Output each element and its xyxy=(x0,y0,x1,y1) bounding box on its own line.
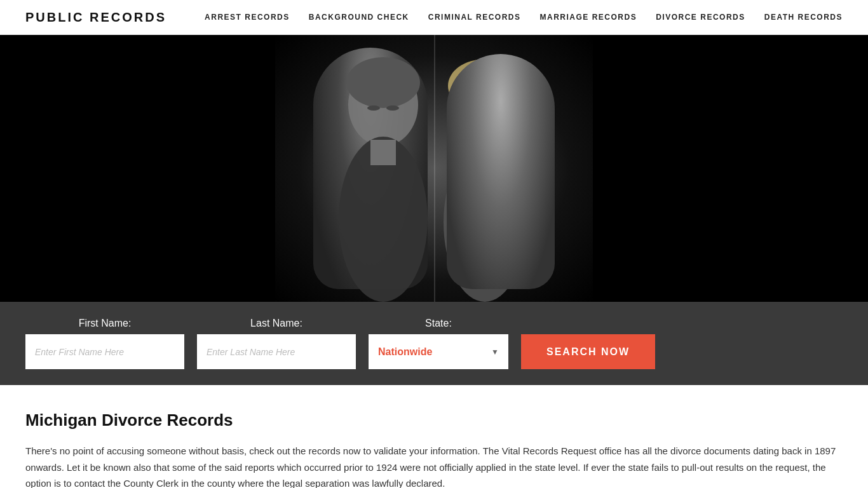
nav-death-records[interactable]: DEATH RECORDS xyxy=(764,13,843,22)
svg-point-4 xyxy=(450,69,520,147)
svg-point-10 xyxy=(367,105,380,111)
nav-criminal-records[interactable]: CRIMINAL RECORDS xyxy=(428,13,521,22)
svg-point-7 xyxy=(491,98,523,226)
hero-image xyxy=(275,35,593,302)
nav-marriage-records[interactable]: MARRIAGE RECORDS xyxy=(540,13,637,22)
state-field: State: Nationwide Alabama Alaska Arizona… xyxy=(369,318,508,369)
search-now-button[interactable]: SEARCH NOW xyxy=(521,334,655,369)
svg-rect-9 xyxy=(472,142,498,166)
svg-rect-3 xyxy=(370,140,396,165)
last-name-label: Last Name: xyxy=(197,318,356,329)
svg-point-8 xyxy=(444,143,526,302)
svg-point-1 xyxy=(346,57,420,108)
hero-section xyxy=(0,35,868,302)
main-nav: ARREST RECORDS BACKGROUND CHECK CRIMINAL… xyxy=(205,13,843,22)
state-label: State: xyxy=(369,318,508,329)
svg-point-6 xyxy=(447,98,478,226)
nav-divorce-records[interactable]: DIVORCE RECORDS xyxy=(656,13,745,22)
last-name-field: Last Name: xyxy=(197,318,356,369)
svg-point-5 xyxy=(448,59,522,112)
svg-point-11 xyxy=(386,105,399,111)
nav-arrest-records[interactable]: ARREST RECORDS xyxy=(205,13,290,22)
site-logo[interactable]: PUBLIC RECORDS xyxy=(25,10,166,25)
intro-paragraph: There's no point of accusing someone wit… xyxy=(25,443,843,488)
last-name-input[interactable] xyxy=(197,334,356,369)
page-title: Michigan Divorce Records xyxy=(25,410,843,430)
first-name-field: First Name: xyxy=(25,318,184,369)
state-select-wrapper: Nationwide Alabama Alaska Arizona Arkans… xyxy=(369,334,508,369)
svg-point-13 xyxy=(489,107,500,112)
state-select[interactable]: Nationwide Alabama Alaska Arizona Arkans… xyxy=(369,334,508,369)
header: PUBLIC RECORDS ARREST RECORDS BACKGROUND… xyxy=(0,0,868,35)
nav-background-check[interactable]: BACKGROUND CHECK xyxy=(309,13,409,22)
first-name-label: First Name: xyxy=(25,318,184,329)
couple-silhouette xyxy=(275,35,593,302)
svg-point-12 xyxy=(470,107,481,112)
first-name-input[interactable] xyxy=(25,334,184,369)
search-bar: First Name: Last Name: State: Nationwide… xyxy=(0,302,868,385)
main-content: Michigan Divorce Records There's no poin… xyxy=(0,385,868,488)
